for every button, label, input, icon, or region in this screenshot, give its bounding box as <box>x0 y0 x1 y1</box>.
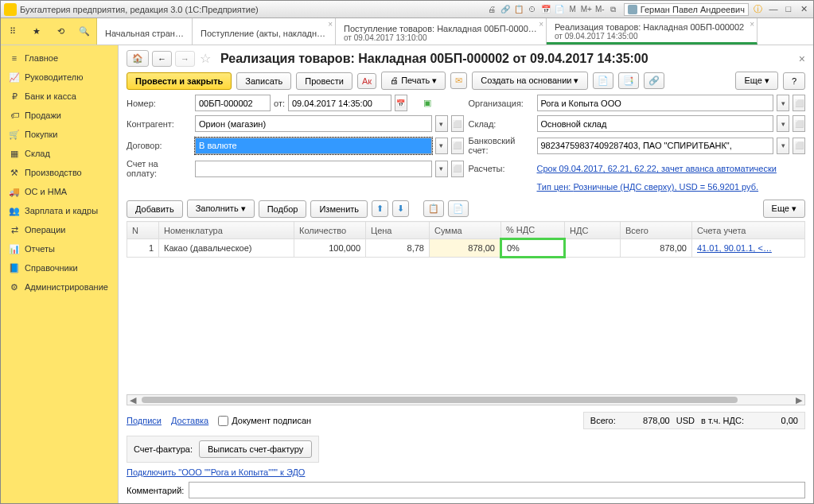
edit-button[interactable]: Изменить <box>310 200 368 218</box>
nav-directories[interactable]: 📘Справочники <box>1 258 118 277</box>
cell-vat[interactable] <box>565 239 621 258</box>
close-icon[interactable]: × <box>750 20 754 29</box>
chevron-down-icon[interactable]: ▾ <box>435 161 448 177</box>
home-button[interactable]: 🏠 <box>127 50 149 67</box>
chevron-down-icon[interactable]: ▾ <box>777 138 789 154</box>
paste-icon[interactable]: 📄 <box>448 200 469 217</box>
minimize-button[interactable]: — <box>767 4 780 14</box>
m-plus-icon[interactable]: M+ <box>581 4 592 15</box>
cell-vatp[interactable]: 0% <box>501 239 565 258</box>
cell-nom[interactable]: Какао (давальческое) <box>159 239 294 258</box>
copy-icon[interactable]: 📋 <box>423 200 444 217</box>
scroll-thumb[interactable] <box>142 397 738 403</box>
doc-signed-input[interactable] <box>218 416 228 426</box>
nav-salary[interactable]: 👥Зарплата и кадры <box>1 201 118 220</box>
contragent-field[interactable]: Орион (магазин) <box>195 115 432 132</box>
nav-purchases[interactable]: 🛒Покупки <box>1 125 118 144</box>
cell-n[interactable]: 1 <box>127 239 159 258</box>
nav-sales[interactable]: 🏷Продажи <box>1 106 118 125</box>
open-icon[interactable]: ⬜ <box>451 138 464 154</box>
history-icon[interactable]: ⟲ <box>49 18 72 45</box>
create-based-button[interactable]: Создать на основании ▾ <box>472 72 587 90</box>
nav-assets[interactable]: 🚚ОС и НМА <box>1 182 118 201</box>
cell-qty[interactable]: 100,000 <box>294 239 366 258</box>
search-icon[interactable]: 🔍 <box>72 18 96 45</box>
col-nom[interactable]: Номенклатура <box>159 222 294 239</box>
open-icon[interactable]: ⬜ <box>451 115 464 132</box>
delivery-link[interactable]: Доставка <box>171 416 208 425</box>
open-icon[interactable]: ⬜ <box>793 138 805 154</box>
dt-kt-icon[interactable]: Ак <box>357 73 376 89</box>
calendar-icon[interactable]: 📅 <box>395 95 407 111</box>
col-qty[interactable]: Количество <box>294 222 366 239</box>
scroll-right-icon[interactable]: ▶ <box>793 395 804 405</box>
chevron-down-icon[interactable]: ▾ <box>435 115 448 132</box>
chevron-down-icon[interactable]: ▾ <box>435 138 448 154</box>
open-icon[interactable]: ⬜ <box>451 161 464 177</box>
tool-icon[interactable]: ⧉ <box>608 4 619 15</box>
close-icon[interactable]: × <box>539 20 543 29</box>
nav-production[interactable]: ⚒Производство <box>1 163 118 182</box>
forward-button[interactable]: → <box>175 51 195 67</box>
col-sum[interactable]: Сумма <box>430 222 501 239</box>
nav-reports[interactable]: 📊Отчеты <box>1 239 118 258</box>
m-icon[interactable]: M <box>567 4 578 15</box>
col-vat[interactable]: НДС <box>565 222 621 239</box>
move-down-icon[interactable]: ⬇ <box>392 200 409 217</box>
warehouse-field[interactable]: Основной склад <box>537 115 774 132</box>
nav-admin[interactable]: ⚙Администрирование <box>1 277 118 297</box>
doc-icon[interactable]: 📑 <box>618 72 639 89</box>
maximize-button[interactable]: □ <box>782 4 795 14</box>
issue-invoice-button[interactable]: Выписать счет-фактуру <box>199 440 312 458</box>
cell-accts[interactable]: 41.01, 90.01.1, <… <box>692 239 805 258</box>
add-button[interactable]: Добавить <box>127 200 183 218</box>
tab-receipt-doc[interactable]: × Поступление товаров: Накладная 00БП-00… <box>336 18 547 45</box>
favorite-icon[interactable]: ☆ <box>200 51 211 66</box>
nav-operations[interactable]: ⇄Операции <box>1 220 118 239</box>
col-total[interactable]: Всего <box>621 222 692 239</box>
contract-field[interactable]: В валюте <box>195 138 432 154</box>
col-n[interactable]: N <box>127 222 159 239</box>
cell-total[interactable]: 878,00 <box>621 239 692 258</box>
payacct-field[interactable] <box>195 161 432 177</box>
scroll-left-icon[interactable]: ◀ <box>127 395 138 405</box>
apps-icon[interactable]: ⠿ <box>1 18 25 45</box>
print-button[interactable]: 🖨 Печать ▾ <box>381 72 446 90</box>
chevron-down-icon[interactable]: ▾ <box>777 95 789 111</box>
attach-icon[interactable]: 🔗 <box>644 72 664 89</box>
col-accts[interactable]: Счета учета <box>692 222 805 239</box>
table-more-button[interactable]: Еще ▾ <box>763 200 805 218</box>
tool-icon[interactable]: ⏲ <box>527 4 538 15</box>
col-price[interactable]: Цена <box>366 222 430 239</box>
move-up-icon[interactable]: ⬆ <box>372 200 388 217</box>
fill-button[interactable]: Заполнить ▾ <box>187 200 255 218</box>
nav-manager[interactable]: 📈Руководителю <box>1 68 118 87</box>
chevron-down-icon[interactable]: ▾ <box>777 115 789 132</box>
bank-field[interactable]: 98234759837409287403, ПАО "СПИРИТБАНК", <box>537 138 774 154</box>
cell-sum[interactable]: 878,00 <box>430 239 501 258</box>
open-icon[interactable]: ⬜ <box>793 115 805 132</box>
m-minus-icon[interactable]: M- <box>594 4 606 15</box>
nav-warehouse[interactable]: ▦Склад <box>1 144 118 163</box>
post-and-close-button[interactable]: Провести и закрыть <box>127 72 232 90</box>
close-icon[interactable]: × <box>799 52 805 65</box>
user-box[interactable]: Герман Павел Андреевич <box>624 3 749 16</box>
tool-icon[interactable]: 🖨 <box>486 4 497 15</box>
star-icon[interactable]: ★ <box>25 18 49 45</box>
col-vatp[interactable]: % НДС <box>501 222 565 239</box>
table-row[interactable]: 1 Какао (давальческое) 100,000 8,78 878,… <box>127 239 805 258</box>
tool-icon[interactable]: 📄 <box>554 4 565 15</box>
select-button[interactable]: Подбор <box>259 200 307 218</box>
mail-icon[interactable]: ✉ <box>450 72 467 89</box>
date-field[interactable]: 09.04.2017 14:35:00 <box>288 95 391 111</box>
tab-home[interactable]: Начальная страница <box>97 18 193 45</box>
info-icon[interactable]: ⓘ <box>754 3 762 15</box>
tab-receipts[interactable]: × Поступление (акты, накладные) <box>193 18 336 45</box>
signatures-link[interactable]: Подписи <box>127 416 162 425</box>
tool-icon[interactable]: 📅 <box>540 4 551 15</box>
open-icon[interactable]: ⬜ <box>793 95 805 111</box>
h-scrollbar[interactable]: ◀ ▶ <box>127 394 805 405</box>
calc-link[interactable]: Срок 09.04.2017, 62.21, 62.22, зачет ава… <box>537 164 777 173</box>
post-button[interactable]: Провести <box>296 72 352 90</box>
close-button[interactable]: ✕ <box>797 4 810 14</box>
